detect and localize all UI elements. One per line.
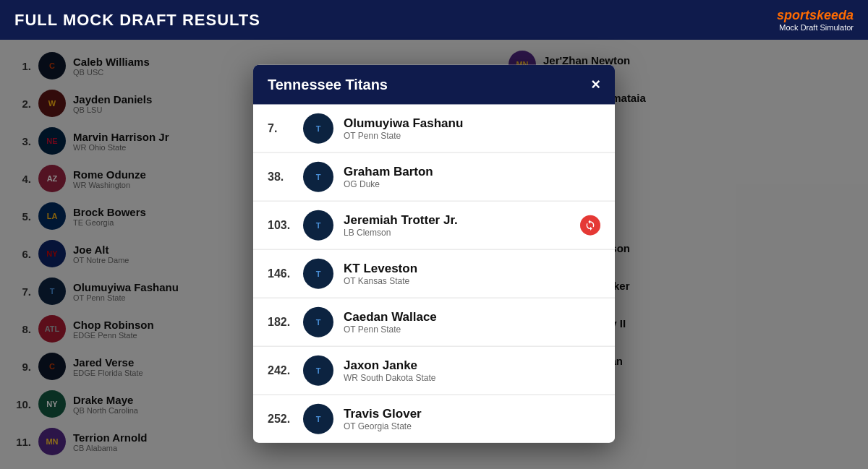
modal-pick-number: 38. bbox=[268, 170, 293, 183]
modal-player-name: KT Leveston bbox=[344, 261, 600, 275]
modal-team-logo: T bbox=[303, 161, 333, 192]
modal-pick-info: Olumuyiwa FashanuOT Penn State bbox=[344, 116, 600, 140]
modal-player-detail: OG Duke bbox=[344, 178, 600, 189]
brand-name: sportskeeda bbox=[777, 8, 854, 23]
brand-subtitle: Mock Draft Simulator bbox=[777, 23, 854, 32]
modal-player-detail: LB Clemson bbox=[344, 227, 570, 237]
page-title: FULL MOCK DRAFT RESULTS bbox=[14, 11, 260, 30]
modal-pick-item[interactable]: 38.TGraham BartonOG Duke bbox=[253, 152, 615, 201]
modal-pick-item[interactable]: 252.TTravis GloverOT Georgia State bbox=[253, 395, 615, 442]
modal-player-detail: WR South Dakota State bbox=[344, 372, 600, 382]
modal-title: Tennessee Titans bbox=[268, 76, 388, 92]
modal-body: 7.TOlumuyiwa FashanuOT Penn State38.TGra… bbox=[253, 104, 615, 442]
modal-pick-info: Graham BartonOG Duke bbox=[344, 164, 600, 189]
modal-pick-item[interactable]: 242.TJaxon JankeWR South Dakota State bbox=[253, 346, 615, 395]
brand-logo: sportskeeda Mock Draft Simulator bbox=[777, 8, 854, 32]
modal-player-detail: OT Georgia State bbox=[344, 421, 600, 431]
modal-header: Tennessee Titans × bbox=[253, 64, 615, 104]
modal-pick-info: Caedan WallaceOT Penn State bbox=[344, 309, 600, 334]
modal-dialog: Tennessee Titans × 7.TOlumuyiwa FashanuO… bbox=[253, 64, 615, 442]
modal-pick-number: 146. bbox=[268, 267, 293, 280]
main-container: FULL MOCK DRAFT RESULTS sportskeeda Mock… bbox=[0, 0, 868, 469]
modal-pick-number: 7. bbox=[268, 121, 293, 134]
modal-pick-info: Jaxon JankeWR South Dakota State bbox=[344, 358, 600, 382]
refresh-icon[interactable] bbox=[580, 215, 600, 235]
modal-pick-number: 182. bbox=[268, 315, 293, 328]
modal-pick-info: KT LevestonOT Kansas State bbox=[344, 261, 600, 285]
modal-team-logo: T bbox=[303, 355, 333, 385]
header: FULL MOCK DRAFT RESULTS sportskeeda Mock… bbox=[0, 0, 868, 40]
modal-team-logo: T bbox=[303, 258, 333, 288]
modal-pick-item[interactable]: 146.TKT LevestonOT Kansas State bbox=[253, 249, 615, 298]
modal-player-name: Travis Glover bbox=[344, 406, 600, 421]
modal-player-name: Caedan Wallace bbox=[344, 309, 600, 324]
modal-pick-info: Travis GloverOT Georgia State bbox=[344, 406, 600, 431]
modal-player-name: Graham Barton bbox=[344, 164, 600, 178]
modal-close-button[interactable]: × bbox=[591, 77, 600, 92]
modal-player-name: Jaxon Janke bbox=[344, 358, 600, 372]
modal-player-name: Jeremiah Trotter Jr. bbox=[344, 212, 570, 227]
modal-player-detail: OT Penn State bbox=[344, 130, 600, 140]
modal-pick-number: 103. bbox=[268, 218, 293, 231]
modal-team-logo: T bbox=[303, 210, 333, 240]
modal-pick-item[interactable]: 103.TJeremiah Trotter Jr.LB Clemson bbox=[253, 201, 615, 249]
modal-pick-item[interactable]: 182.TCaedan WallaceOT Penn State bbox=[253, 298, 615, 346]
modal-pick-info: Jeremiah Trotter Jr.LB Clemson bbox=[344, 212, 570, 237]
modal-player-name: Olumuyiwa Fashanu bbox=[344, 116, 600, 130]
modal-team-logo: T bbox=[303, 403, 333, 434]
modal-player-detail: OT Kansas State bbox=[344, 275, 600, 285]
modal-pick-number: 252. bbox=[268, 412, 293, 425]
modal-team-logo: T bbox=[303, 306, 333, 337]
modal-pick-item[interactable]: 7.TOlumuyiwa FashanuOT Penn State bbox=[253, 104, 615, 152]
modal-pick-number: 242. bbox=[268, 363, 293, 377]
modal-team-logo: T bbox=[303, 113, 333, 143]
modal-player-detail: OT Penn State bbox=[344, 324, 600, 334]
